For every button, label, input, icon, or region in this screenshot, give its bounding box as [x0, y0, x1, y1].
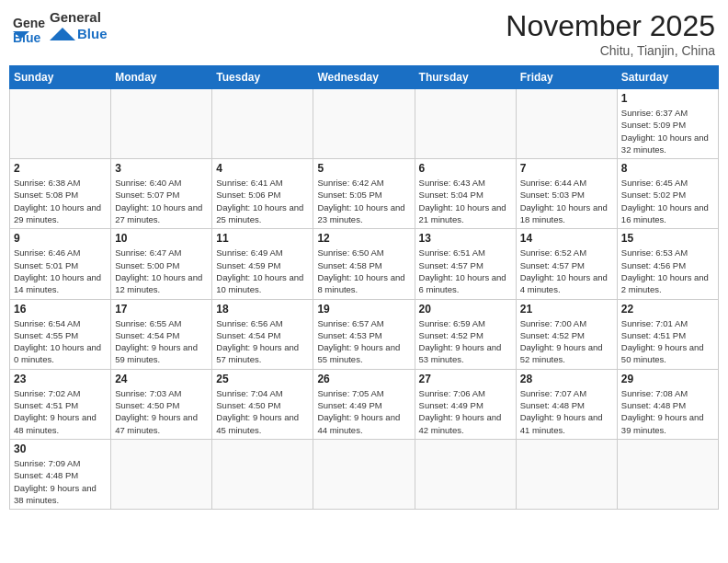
svg-marker-3 — [50, 28, 75, 40]
day-number-27: 27 — [419, 373, 512, 385]
week-row-23: 23Sunrise: 7:02 AMSunset: 4:51 PMDayligh… — [10, 369, 719, 439]
empty-cell — [617, 439, 718, 509]
header-wednesday: Wednesday — [313, 66, 415, 89]
day-cell-11: 11Sunrise: 6:49 AMSunset: 4:59 PMDayligh… — [212, 229, 313, 299]
logo: General Blue General Blue — [13, 9, 108, 42]
empty-cell — [516, 89, 617, 159]
day-cell-28: 28Sunrise: 7:07 AMSunset: 4:48 PMDayligh… — [516, 369, 617, 439]
empty-cell — [415, 439, 516, 509]
month-title: November 2025 — [506, 9, 715, 43]
day-info-9: Sunrise: 6:46 AMSunset: 5:01 PMDaylight:… — [14, 247, 107, 295]
day-number-23: 23 — [14, 373, 107, 385]
day-number-16: 16 — [14, 303, 107, 316]
day-cell-18: 18Sunrise: 6:56 AMSunset: 4:54 PMDayligh… — [212, 299, 313, 369]
day-number-9: 9 — [14, 232, 107, 245]
day-cell-21: 21Sunrise: 7:00 AMSunset: 4:52 PMDayligh… — [516, 299, 617, 369]
day-cell-13: 13Sunrise: 6:51 AMSunset: 4:57 PMDayligh… — [415, 229, 516, 299]
day-cell-30: 30Sunrise: 7:09 AMSunset: 4:48 PMDayligh… — [10, 439, 111, 509]
week-row-2: 2Sunrise: 6:38 AMSunset: 5:08 PMDaylight… — [10, 159, 719, 229]
day-number-24: 24 — [115, 373, 208, 385]
day-cell-3: 3Sunrise: 6:40 AMSunset: 5:07 PMDaylight… — [111, 159, 212, 229]
day-info-1: Sunrise: 6:37 AMSunset: 5:09 PMDaylight:… — [621, 107, 714, 155]
day-cell-27: 27Sunrise: 7:06 AMSunset: 4:49 PMDayligh… — [415, 369, 516, 439]
logo-icon: General Blue — [13, 9, 46, 42]
day-info-16: Sunrise: 6:54 AMSunset: 4:55 PMDaylight:… — [14, 317, 107, 366]
logo-blue-text: Blue — [77, 26, 108, 42]
logo-triangle — [50, 28, 75, 40]
day-info-27: Sunrise: 7:06 AMSunset: 4:49 PMDaylight:… — [419, 387, 512, 436]
week-row-30: 30Sunrise: 7:09 AMSunset: 4:48 PMDayligh… — [10, 439, 719, 509]
day-cell-25: 25Sunrise: 7:04 AMSunset: 4:50 PMDayligh… — [212, 369, 313, 439]
day-info-26: Sunrise: 7:05 AMSunset: 4:49 PMDaylight:… — [317, 387, 410, 436]
header-thursday: Thursday — [415, 66, 516, 89]
day-number-14: 14 — [520, 232, 613, 245]
day-info-23: Sunrise: 7:02 AMSunset: 4:51 PMDaylight:… — [14, 387, 107, 436]
empty-cell — [111, 89, 212, 159]
title-block: November 2025 Chitu, Tianjin, China — [506, 9, 715, 58]
day-info-8: Sunrise: 6:45 AMSunset: 5:02 PMDaylight:… — [621, 177, 714, 225]
day-number-25: 25 — [216, 373, 309, 385]
day-number-12: 12 — [317, 232, 410, 245]
day-cell-23: 23Sunrise: 7:02 AMSunset: 4:51 PMDayligh… — [10, 369, 111, 439]
week-row-16: 16Sunrise: 6:54 AMSunset: 4:55 PMDayligh… — [10, 299, 719, 369]
day-cell-2: 2Sunrise: 6:38 AMSunset: 5:08 PMDaylight… — [10, 159, 111, 229]
location: Chitu, Tianjin, China — [506, 43, 715, 58]
day-info-28: Sunrise: 7:07 AMSunset: 4:48 PMDaylight:… — [520, 387, 613, 436]
day-cell-19: 19Sunrise: 6:57 AMSunset: 4:53 PMDayligh… — [313, 299, 415, 369]
day-number-8: 8 — [621, 162, 714, 175]
day-number-21: 21 — [520, 303, 613, 316]
page-header: General Blue General Blue November 2025 … — [9, 9, 719, 58]
day-number-1: 1 — [621, 92, 714, 105]
day-info-22: Sunrise: 7:01 AMSunset: 4:51 PMDaylight:… — [621, 317, 714, 366]
day-cell-7: 7Sunrise: 6:44 AMSunset: 5:03 PMDaylight… — [516, 159, 617, 229]
day-info-5: Sunrise: 6:42 AMSunset: 5:05 PMDaylight:… — [317, 177, 410, 225]
day-info-7: Sunrise: 6:44 AMSunset: 5:03 PMDaylight:… — [520, 177, 613, 225]
day-number-29: 29 — [621, 373, 714, 385]
day-cell-4: 4Sunrise: 6:41 AMSunset: 5:06 PMDaylight… — [212, 159, 313, 229]
day-number-28: 28 — [520, 373, 613, 385]
day-number-6: 6 — [419, 162, 512, 175]
header-saturday: Saturday — [617, 66, 718, 89]
day-cell-16: 16Sunrise: 6:54 AMSunset: 4:55 PMDayligh… — [10, 299, 111, 369]
day-cell-6: 6Sunrise: 6:43 AMSunset: 5:04 PMDaylight… — [415, 159, 516, 229]
day-cell-20: 20Sunrise: 6:59 AMSunset: 4:52 PMDayligh… — [415, 299, 516, 369]
empty-cell — [10, 89, 111, 159]
day-cell-8: 8Sunrise: 6:45 AMSunset: 5:02 PMDaylight… — [617, 159, 718, 229]
day-info-17: Sunrise: 6:55 AMSunset: 4:54 PMDaylight:… — [115, 317, 208, 366]
day-info-29: Sunrise: 7:08 AMSunset: 4:48 PMDaylight:… — [621, 387, 714, 436]
day-info-12: Sunrise: 6:50 AMSunset: 4:58 PMDaylight:… — [317, 247, 410, 295]
calendar-table: Sunday Monday Tuesday Wednesday Thursday… — [9, 65, 719, 510]
week-row-9: 9Sunrise: 6:46 AMSunset: 5:01 PMDaylight… — [10, 229, 719, 299]
day-number-3: 3 — [115, 162, 208, 175]
day-cell-22: 22Sunrise: 7:01 AMSunset: 4:51 PMDayligh… — [617, 299, 718, 369]
day-info-20: Sunrise: 6:59 AMSunset: 4:52 PMDaylight:… — [419, 317, 512, 366]
day-info-15: Sunrise: 6:53 AMSunset: 4:56 PMDaylight:… — [621, 247, 714, 295]
day-cell-29: 29Sunrise: 7:08 AMSunset: 4:48 PMDayligh… — [617, 369, 718, 439]
svg-text:General: General — [13, 16, 46, 30]
week-row-1: 1Sunrise: 6:37 AMSunset: 5:09 PMDaylight… — [10, 89, 719, 159]
header-sunday: Sunday — [10, 66, 111, 89]
day-number-13: 13 — [419, 232, 512, 245]
svg-text:Blue: Blue — [13, 30, 41, 42]
header-friday: Friday — [516, 66, 617, 89]
day-number-5: 5 — [317, 162, 410, 175]
day-number-4: 4 — [216, 162, 309, 175]
empty-cell — [415, 89, 516, 159]
day-info-11: Sunrise: 6:49 AMSunset: 4:59 PMDaylight:… — [216, 247, 309, 295]
day-number-11: 11 — [216, 232, 309, 245]
day-number-17: 17 — [115, 303, 208, 316]
empty-cell — [516, 439, 617, 509]
day-info-13: Sunrise: 6:51 AMSunset: 4:57 PMDaylight:… — [419, 247, 512, 295]
day-number-22: 22 — [621, 303, 714, 316]
day-number-20: 20 — [419, 303, 512, 316]
day-cell-17: 17Sunrise: 6:55 AMSunset: 4:54 PMDayligh… — [111, 299, 212, 369]
day-info-24: Sunrise: 7:03 AMSunset: 4:50 PMDaylight:… — [115, 387, 208, 436]
day-cell-15: 15Sunrise: 6:53 AMSunset: 4:56 PMDayligh… — [617, 229, 718, 299]
header-monday: Monday — [111, 66, 212, 89]
day-number-7: 7 — [520, 162, 613, 175]
day-info-18: Sunrise: 6:56 AMSunset: 4:54 PMDaylight:… — [216, 317, 309, 366]
day-info-3: Sunrise: 6:40 AMSunset: 5:07 PMDaylight:… — [115, 177, 208, 225]
day-info-21: Sunrise: 7:00 AMSunset: 4:52 PMDaylight:… — [520, 317, 613, 366]
day-cell-1: 1Sunrise: 6:37 AMSunset: 5:09 PMDaylight… — [617, 89, 718, 159]
day-cell-9: 9Sunrise: 6:46 AMSunset: 5:01 PMDaylight… — [10, 229, 111, 299]
